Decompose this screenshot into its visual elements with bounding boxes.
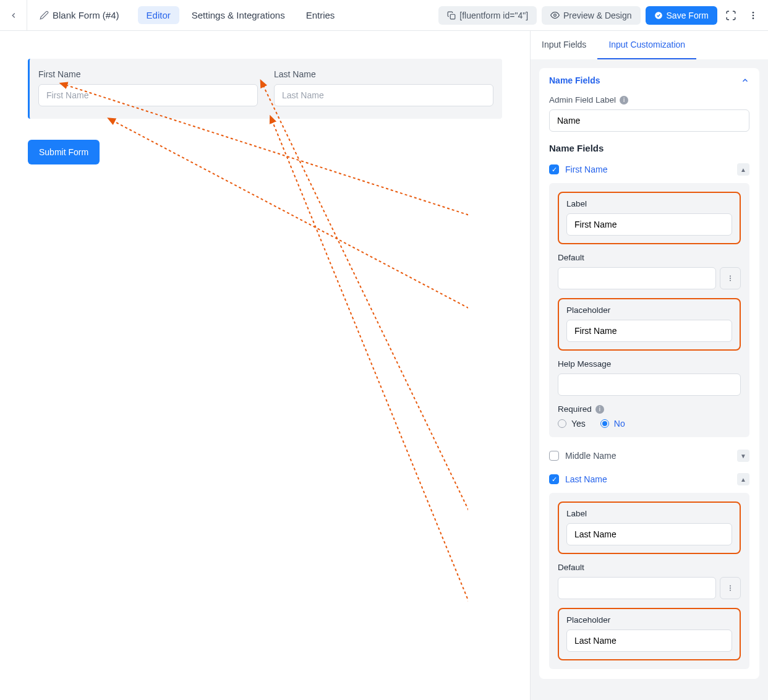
svg-point-3 — [753, 12, 754, 14]
name-field-row-first: ✓ First Name ▲ — [549, 161, 749, 178]
svg-point-4 — [753, 14, 754, 16]
first-name-input[interactable] — [38, 84, 258, 106]
eye-icon — [550, 11, 560, 20]
name-field-block[interactable]: First Name Last Name — [28, 59, 502, 119]
first-name-panel: Label Default — [549, 183, 749, 437]
name-field-row-middle: Middle Name ▼ — [549, 447, 749, 464]
last-name-collapse[interactable]: ▲ — [737, 473, 749, 485]
first-name-default-shortcodes[interactable] — [720, 267, 741, 289]
middle-name-toggle-label[interactable]: Middle Name — [565, 451, 616, 461]
first-name-placeholder-group: Placeholder — [558, 298, 741, 351]
last-name-placeholder-input[interactable] — [566, 630, 732, 652]
first-name-toggle-label[interactable]: First Name — [565, 164, 607, 174]
last-name-panel: Label Default — [549, 493, 749, 669]
last-name-default-input[interactable] — [558, 577, 716, 599]
more-menu-button[interactable] — [745, 7, 762, 24]
first-name-default-group: Default — [558, 253, 741, 289]
last-name-label: Last Name — [274, 69, 493, 79]
svg-point-5 — [753, 17, 754, 19]
last-name-default-shortcodes[interactable] — [720, 577, 741, 599]
svg-line-9 — [272, 121, 468, 612]
chevron-up-icon — [741, 76, 749, 85]
info-icon[interactable]: i — [595, 405, 604, 414]
tab-input-customization[interactable]: Input Customization — [597, 31, 696, 59]
topbar: Blank Form (#4) Editor Settings & Integr… — [0, 0, 768, 31]
svg-point-1 — [554, 14, 557, 17]
shortcode-button[interactable]: [fluentform id="4"] — [438, 6, 537, 25]
svg-line-8 — [263, 85, 468, 519]
first-name-help-group: Help Message — [558, 359, 741, 396]
first-name-label: First Name — [38, 69, 258, 79]
name-fields-section: Name Fields Admin Field Label i Name Fie… — [539, 68, 759, 679]
right-tabs: Input Fields Input Customization — [531, 31, 768, 59]
required-no[interactable]: No — [600, 419, 625, 429]
middle-name-collapse[interactable]: ▼ — [737, 450, 749, 462]
top-nav: Editor Settings & Integrations Entries — [138, 6, 344, 24]
nav-entries[interactable]: Entries — [297, 6, 344, 24]
tab-input-fields[interactable]: Input Fields — [531, 31, 597, 59]
svg-point-15 — [730, 590, 731, 591]
info-icon[interactable]: i — [620, 96, 628, 105]
svg-point-11 — [730, 278, 731, 279]
first-name-collapse[interactable]: ▲ — [737, 163, 749, 176]
admin-field-label-input[interactable] — [549, 109, 749, 132]
first-name-label-input[interactable] — [566, 213, 732, 236]
right-panel: Input Fields Input Customization Name Fi… — [530, 31, 768, 700]
section-toggle[interactable]: Name Fields — [539, 68, 759, 93]
admin-field-label-label: Admin Field Label i — [549, 95, 749, 105]
svg-line-7 — [113, 121, 468, 310]
preview-button[interactable]: Preview & Design — [542, 6, 641, 25]
svg-point-12 — [730, 280, 731, 281]
first-name-label-group: Label — [558, 192, 741, 244]
required-yes[interactable]: Yes — [558, 419, 586, 429]
dots-vertical-icon — [727, 584, 734, 592]
svg-point-14 — [730, 587, 731, 589]
copy-icon — [447, 11, 456, 20]
nav-settings[interactable]: Settings & Integrations — [183, 6, 294, 24]
nav-editor[interactable]: Editor — [138, 6, 179, 24]
dots-vertical-icon — [727, 275, 734, 282]
last-name-label-input[interactable] — [566, 523, 732, 545]
first-name-placeholder-input[interactable] — [566, 320, 732, 342]
annotation-arrows — [0, 31, 468, 700]
save-button[interactable]: Save Form — [646, 6, 717, 25]
svg-rect-0 — [451, 14, 456, 19]
check-circle-icon — [654, 11, 663, 20]
first-name-help-input[interactable] — [558, 373, 741, 396]
last-name-default-group: Default — [558, 563, 741, 599]
svg-point-13 — [730, 586, 731, 587]
form-canvas: First Name Last Name Submit Form — [0, 31, 530, 700]
last-name-input[interactable] — [274, 84, 493, 106]
name-fields-title: Name Fields — [549, 143, 749, 153]
dots-vertical-icon — [748, 11, 758, 20]
form-title: Blank Form (#4) — [32, 10, 127, 20]
pencil-icon — [40, 11, 49, 20]
first-name-default-input[interactable] — [558, 267, 716, 289]
last-name-checkbox[interactable]: ✓ — [549, 474, 559, 484]
submit-button[interactable]: Submit Form — [28, 140, 100, 164]
first-name-required-group: Required i Yes No — [558, 404, 741, 429]
last-name-toggle-label[interactable]: Last Name — [565, 474, 607, 484]
back-button[interactable] — [0, 0, 27, 30]
fullscreen-button[interactable] — [722, 7, 740, 24]
last-name-placeholder-group: Placeholder — [558, 608, 741, 660]
first-name-checkbox[interactable]: ✓ — [549, 164, 559, 174]
middle-name-checkbox[interactable] — [549, 451, 559, 461]
name-field-row-last: ✓ Last Name ▲ — [549, 471, 749, 488]
svg-point-10 — [730, 276, 731, 277]
last-name-label-group: Label — [558, 502, 741, 554]
